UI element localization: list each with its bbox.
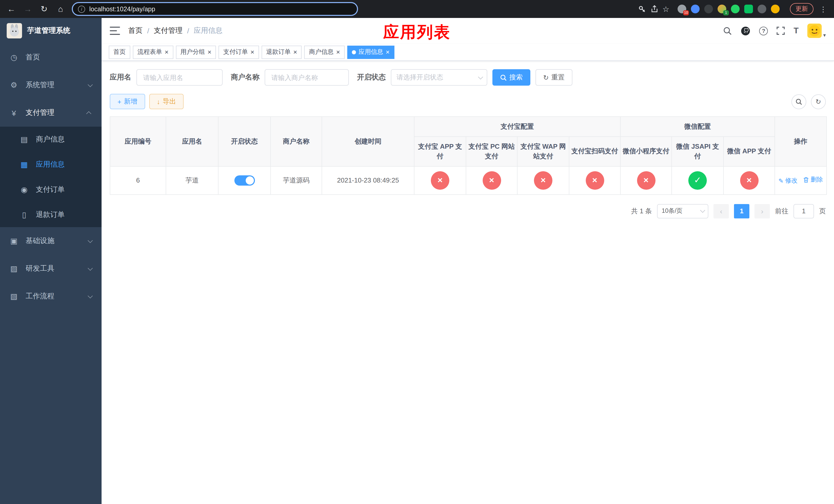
help-icon[interactable]: ?	[759, 26, 768, 35]
edit-link[interactable]: ✎ 修改	[778, 176, 797, 185]
extension-drop-icon[interactable]	[691, 5, 700, 13]
github-icon[interactable]	[741, 26, 750, 36]
search-button[interactable]: 搜索	[492, 69, 530, 86]
alipay-wap-disabled-icon: ×	[534, 171, 552, 189]
reset-button[interactable]: ↻ 重置	[535, 69, 572, 86]
page-content: 应用名 商户名称 开启状态 请选择开启状态 搜索 ↻ 重置	[102, 61, 834, 504]
sidebar-item-label: 研发工具	[26, 264, 54, 273]
extension-green-circle-icon[interactable]	[731, 5, 740, 13]
user-menu[interactable]: ▾	[807, 24, 826, 38]
document-icon: ▯	[20, 210, 29, 219]
tab-label: 应用信息	[358, 48, 383, 56]
toggle-search-button[interactable]	[791, 94, 806, 109]
sidebar-item-system[interactable]: ⚙ 系统管理	[0, 71, 102, 99]
refresh-icon: ↻	[815, 98, 821, 105]
bookmark-star-icon[interactable]: ☆	[662, 4, 670, 14]
close-icon[interactable]: ×	[293, 49, 297, 55]
navbar: 首页 / 支付管理 / 应用信息 ?	[102, 18, 834, 44]
extension-puzzle-icon[interactable]	[758, 5, 766, 13]
browser-update-button[interactable]: 更新	[790, 3, 813, 15]
extension-grid-icon[interactable]: 10	[678, 5, 686, 13]
col-wechat-mini: 微信小程序支付	[620, 136, 672, 166]
font-size-icon[interactable]: T	[793, 26, 798, 36]
filter-form: 应用名 商户名称 开启状态 请选择开启状态 搜索 ↻ 重置	[110, 69, 826, 86]
close-icon[interactable]: ×	[336, 49, 340, 55]
sidebar-item-app-info[interactable]: ▦ 应用信息	[0, 152, 102, 177]
refresh-table-button[interactable]: ↻	[811, 94, 826, 109]
search-icon[interactable]	[723, 26, 732, 35]
gear-icon: ⚙	[9, 81, 19, 90]
breadcrumb-separator: /	[187, 27, 189, 35]
tab-label: 用户分组	[180, 48, 205, 56]
tab-label: 商户信息	[309, 48, 334, 56]
sidebar-item-merchant-info[interactable]: ▤ 商户信息	[0, 127, 102, 152]
breadcrumb: 首页 / 支付管理 / 应用信息	[128, 26, 223, 36]
delete-link[interactable]: 删除	[804, 175, 823, 184]
tab-label: 退款订单	[266, 48, 291, 56]
browser-reload-button[interactable]: ↻	[38, 3, 50, 15]
browser-home-button[interactable]: ⌂	[54, 3, 67, 15]
fullscreen-icon[interactable]	[776, 27, 785, 35]
extension-green-square-icon[interactable]	[744, 5, 753, 13]
delete-label: 删除	[811, 175, 823, 184]
password-key-icon[interactable]	[638, 5, 646, 13]
breadcrumb-home[interactable]: 首页	[128, 26, 142, 36]
sidebar-item-workflow[interactable]: ▧ 工作流程	[0, 282, 102, 310]
alipay-pc-disabled-icon: ×	[482, 171, 501, 189]
alipay-app-disabled-icon: ×	[431, 171, 449, 189]
prev-page-button[interactable]: ‹	[714, 204, 729, 218]
page-number-button[interactable]: 1	[734, 204, 749, 218]
share-icon[interactable]	[650, 5, 658, 13]
close-icon[interactable]: ×	[386, 49, 390, 55]
close-icon[interactable]: ×	[250, 49, 254, 55]
extension-dark-icon[interactable]	[704, 5, 713, 13]
avatar	[807, 24, 822, 38]
chevron-down-icon	[88, 293, 93, 298]
tab-merchant-info[interactable]: 商户信息 ×	[304, 45, 345, 59]
yen-icon: ¥	[9, 109, 19, 117]
sidebar-item-refund-orders[interactable]: ▯ 退款订单	[0, 202, 102, 227]
sidebar-item-home[interactable]: ◷ 首页	[0, 44, 102, 71]
cell-created-at: 2021-10-23 08:49:25	[322, 166, 414, 194]
tab-process-form[interactable]: 流程表单 ×	[133, 45, 173, 59]
sidebar-item-payment-orders[interactable]: ◉ 支付订单	[0, 177, 102, 202]
sidebar-item-label: 商户信息	[36, 135, 65, 144]
browser-forward-button[interactable]: →	[22, 3, 34, 15]
goto-suffix: 页	[819, 206, 826, 215]
page-size-value: 10条/页	[662, 207, 682, 215]
collapse-sidebar-icon[interactable]	[110, 27, 120, 35]
page-size-select[interactable]: 10条/页	[657, 204, 708, 218]
tab-refund-orders[interactable]: 退款订单 ×	[262, 45, 302, 59]
merchant-name-input[interactable]	[265, 69, 349, 86]
extension-avatar-icon[interactable]: 1	[718, 5, 726, 13]
app-name-input[interactable]	[136, 69, 223, 86]
grid-icon: ▦	[20, 160, 29, 169]
close-icon[interactable]: ×	[207, 49, 211, 55]
sidebar-logo[interactable]: 芋道管理系统	[0, 18, 102, 44]
status-select[interactable]: 请选择开启状态	[391, 69, 487, 86]
browser-back-button[interactable]: ←	[5, 3, 18, 15]
col-actions: 操作	[775, 117, 827, 166]
tab-home[interactable]: 首页	[109, 45, 130, 59]
close-icon[interactable]: ×	[164, 49, 169, 55]
extension-face-icon[interactable]	[771, 5, 780, 13]
edit-icon: ✎	[778, 177, 784, 184]
tab-payment-orders[interactable]: 支付订单 ×	[219, 45, 259, 59]
address-bar[interactable]: i localhost:1024/pay/app	[72, 2, 358, 16]
tab-label: 首页	[113, 48, 126, 56]
site-info-icon[interactable]: i	[78, 5, 85, 13]
tab-user-group[interactable]: 用户分组 ×	[176, 45, 216, 59]
browser-menu-icon[interactable]: ⋮	[818, 5, 829, 13]
next-page-button[interactable]: ›	[754, 204, 770, 218]
goto-page-input[interactable]	[793, 204, 814, 218]
add-button[interactable]: + 新增	[110, 94, 145, 109]
sidebar-item-infrastructure[interactable]: ▣ 基础设施	[0, 227, 102, 255]
export-button[interactable]: ↓ 导出	[149, 94, 184, 109]
trash-icon	[804, 177, 809, 183]
goto-prefix: 前往	[775, 206, 788, 215]
sidebar-item-payment[interactable]: ¥ 支付管理	[0, 99, 102, 127]
sidebar-item-devtools[interactable]: ▨ 研发工具	[0, 255, 102, 282]
status-toggle[interactable]	[234, 175, 255, 185]
breadcrumb-payment[interactable]: 支付管理	[154, 26, 182, 36]
tab-app-info[interactable]: 应用信息 ×	[347, 45, 394, 59]
